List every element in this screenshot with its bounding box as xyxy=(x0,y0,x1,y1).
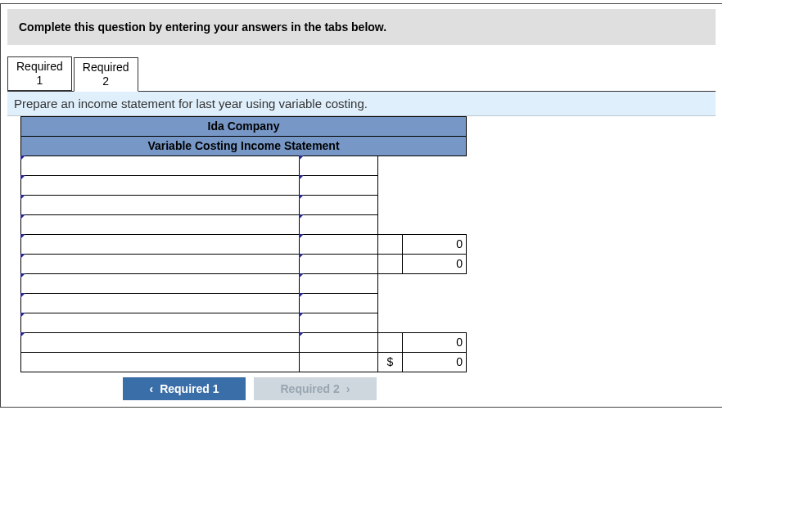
line-item-input[interactable] xyxy=(21,293,300,313)
amount-input[interactable] xyxy=(300,254,378,273)
tab-required-1[interactable]: Required 1 xyxy=(7,56,72,91)
tab-label: Required xyxy=(16,60,63,73)
amount-input[interactable] xyxy=(300,175,378,195)
table-header-title: Variable Costing Income Statement xyxy=(21,136,467,156)
prev-button-label: Required 1 xyxy=(160,382,219,395)
computed-value: 0 xyxy=(403,332,467,352)
subinstruction: Prepare an income statement for last yea… xyxy=(7,92,716,116)
currency-cell xyxy=(378,254,403,273)
amount-input[interactable] xyxy=(300,234,378,254)
chevron-left-icon: ‹ xyxy=(149,382,153,395)
tab-required-2[interactable]: Required 2 xyxy=(74,57,138,92)
amount-input[interactable] xyxy=(300,293,378,313)
line-item-cell xyxy=(21,352,300,372)
amount-input[interactable] xyxy=(300,195,378,214)
currency-cell xyxy=(378,332,403,352)
amount-cell xyxy=(300,352,378,372)
line-item-input[interactable] xyxy=(21,156,300,175)
line-item-input[interactable] xyxy=(21,214,300,234)
computed-value: 0 xyxy=(403,254,467,273)
nav-buttons: ‹ Required 1 Required 2 › xyxy=(20,377,479,400)
amount-input[interactable] xyxy=(300,332,378,352)
income-statement-table: Ida Company Variable Costing Income Stat… xyxy=(20,116,467,372)
line-item-input[interactable] xyxy=(21,273,300,293)
currency-symbol: $ xyxy=(378,352,403,372)
next-button[interactable]: Required 2 › xyxy=(254,377,377,400)
tab-label-num: 1 xyxy=(37,74,43,87)
tab-label: Required xyxy=(83,61,129,74)
prev-button[interactable]: ‹ Required 1 xyxy=(123,377,246,400)
line-item-input[interactable] xyxy=(21,195,300,214)
table-header-company: Ida Company xyxy=(21,116,467,136)
amount-input[interactable] xyxy=(300,313,378,332)
amount-input[interactable] xyxy=(300,156,378,175)
instruction-bar: Complete this question by entering your … xyxy=(7,9,716,45)
next-button-label: Required 2 xyxy=(280,382,339,395)
computed-total: 0 xyxy=(403,352,467,372)
currency-cell xyxy=(378,234,403,254)
line-item-input[interactable] xyxy=(21,254,300,273)
amount-input[interactable] xyxy=(300,273,378,293)
amount-input[interactable] xyxy=(300,214,378,234)
computed-value: 0 xyxy=(403,234,467,254)
line-item-input[interactable] xyxy=(21,175,300,195)
tab-label-num: 2 xyxy=(102,74,109,88)
line-item-input[interactable] xyxy=(21,234,300,254)
line-item-input[interactable] xyxy=(21,332,300,352)
line-item-input[interactable] xyxy=(21,313,300,332)
chevron-right-icon: › xyxy=(346,382,350,395)
tabs-row: Required 1 Required 2 xyxy=(1,50,722,91)
